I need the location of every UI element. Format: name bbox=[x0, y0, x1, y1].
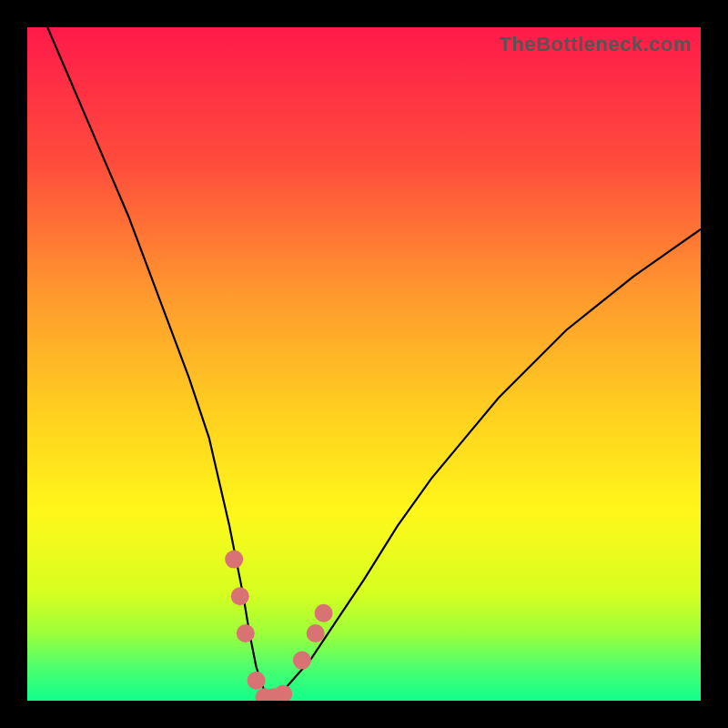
bottleneck-curve bbox=[47, 27, 701, 701]
chart-svg bbox=[27, 27, 701, 701]
marker-dot bbox=[315, 604, 333, 622]
outer-frame: TheBottleneck.com bbox=[0, 0, 728, 728]
marker-dot bbox=[237, 624, 255, 642]
curve-markers bbox=[225, 551, 332, 701]
marker-dot bbox=[248, 672, 266, 690]
plot-area: TheBottleneck.com bbox=[27, 27, 701, 701]
marker-dot bbox=[293, 652, 311, 670]
marker-dot bbox=[307, 624, 325, 642]
marker-dot bbox=[274, 685, 292, 701]
marker-dot bbox=[225, 551, 243, 569]
watermark-text: TheBottleneck.com bbox=[500, 33, 692, 56]
marker-dot bbox=[231, 587, 249, 605]
